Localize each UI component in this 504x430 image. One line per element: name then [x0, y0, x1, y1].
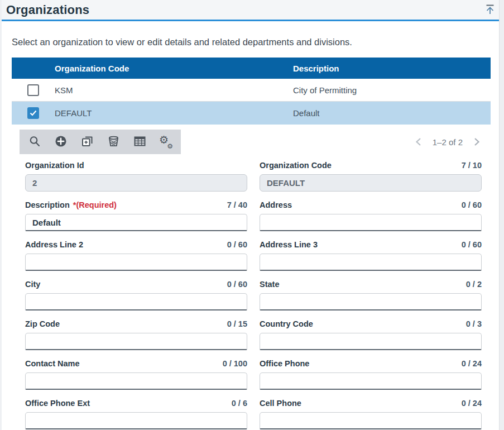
row-checkbox[interactable] [27, 84, 39, 96]
char-counter: 0 / 2 [466, 280, 482, 289]
search-icon [28, 135, 41, 149]
column-header-description: Description [293, 64, 491, 73]
field-cell-phone: Cell Phone 0 / 24 [260, 399, 482, 429]
field-organization-code: Organization Code 7 / 10 [260, 161, 482, 192]
page-header: Organizations [2, 0, 504, 21]
column-header-organization-code: Organization Code [55, 64, 293, 73]
row-checkbox[interactable] [27, 107, 39, 119]
zip-code-input[interactable] [25, 333, 247, 350]
required-indicator: *(Required) [73, 200, 117, 209]
city-input[interactable] [25, 293, 247, 310]
arrow-to-top-icon [484, 8, 496, 17]
field-office-phone: Office Phone 0 / 24 [260, 359, 482, 390]
field-label: Country Code [260, 319, 313, 328]
table-header-row: Organization Code Description [12, 58, 491, 79]
char-counter: 0 / 60 [462, 240, 482, 249]
field-state: State 0 / 2 [260, 280, 482, 310]
table-row[interactable]: DEFAULT Default [12, 102, 491, 125]
field-label: Contact Name [25, 359, 80, 368]
field-label: Address [260, 200, 292, 209]
char-counter: 0 / 60 [227, 280, 247, 289]
search-button[interactable] [28, 135, 41, 149]
gears-icon: ⚙ ⚙ [159, 135, 172, 149]
field-label: Description [25, 200, 70, 209]
scroll-to-top-button[interactable] [484, 4, 496, 16]
organization-form: Organization Id Organization Code 7 / 10… [25, 161, 482, 430]
address-line-3-input[interactable] [260, 254, 482, 271]
organization-code-input[interactable] [260, 174, 482, 192]
field-organization-id: Organization Id [25, 161, 247, 192]
field-label: Cell Phone [260, 399, 301, 408]
field-label: Zip Code [25, 319, 60, 328]
grid-toolbar: ⚙ ⚙ [20, 130, 181, 154]
field-address: Address 0 / 60 [260, 200, 482, 231]
next-page-button[interactable] [472, 137, 482, 147]
office-phone-ext-input[interactable] [25, 412, 247, 429]
char-counter: 7 / 40 [227, 200, 247, 209]
toolbar-row: ⚙ ⚙ 1–2 of 2 [20, 130, 494, 154]
cell-organization-code: KSM [55, 85, 293, 95]
copy-button[interactable] [80, 135, 94, 149]
cell-phone-input[interactable] [260, 412, 482, 429]
char-counter: 0 / 100 [223, 359, 247, 368]
field-office-phone-ext: Office Phone Ext 0 / 6 [25, 399, 247, 429]
char-counter: 0 / 6 [232, 399, 247, 408]
cell-description: Default [293, 108, 491, 118]
char-counter: 0 / 24 [462, 399, 482, 408]
field-zip-code: Zip Code 0 / 15 [25, 319, 247, 350]
field-address-line-3: Address Line 3 0 / 60 [260, 240, 482, 271]
organizations-table: Organization Code Description KSM City o… [12, 58, 491, 125]
cell-description: City of Permitting [293, 85, 491, 95]
address-line-2-input[interactable] [25, 254, 247, 271]
field-label: Office Phone [260, 359, 309, 368]
copy-plus-icon [81, 135, 94, 149]
chevron-right-icon [472, 140, 481, 149]
description-input[interactable] [25, 214, 247, 231]
field-label: Organization Id [25, 161, 84, 170]
field-label: Office Phone Ext [25, 399, 90, 408]
table-row[interactable]: KSM City of Permitting [12, 79, 491, 102]
field-address-line-2: Address Line 2 0 / 60 [25, 240, 247, 271]
char-counter: 0 / 3 [466, 319, 482, 328]
field-label: State [260, 280, 279, 289]
field-label: Address Line 2 [25, 240, 83, 249]
char-counter: 0 / 60 [227, 240, 247, 249]
field-city: City 0 / 60 [25, 280, 247, 310]
add-button[interactable] [54, 135, 68, 149]
state-input[interactable] [260, 293, 482, 310]
field-label: Address Line 3 [260, 240, 318, 249]
field-description: Description *(Required) 7 / 40 [25, 200, 247, 231]
table-view-button[interactable] [133, 135, 146, 149]
chevron-left-icon [414, 140, 423, 149]
trash-icon [107, 135, 120, 149]
organization-id-input[interactable] [25, 174, 247, 192]
page-right-gutter [499, 0, 504, 430]
pagination-range-label: 1–2 of 2 [433, 137, 463, 147]
char-counter: 0 / 15 [227, 319, 247, 328]
address-input[interactable] [260, 214, 482, 231]
pagination: 1–2 of 2 [414, 137, 482, 147]
delete-button[interactable] [107, 135, 120, 149]
field-label: Organization Code [260, 161, 332, 170]
cell-organization-code: DEFAULT [55, 108, 293, 118]
char-counter: 0 / 24 [462, 359, 482, 368]
previous-page-button[interactable] [414, 137, 424, 147]
field-label: City [25, 280, 40, 289]
country-code-input[interactable] [260, 333, 482, 350]
char-counter: 0 / 60 [462, 200, 482, 209]
page-title: Organizations [6, 3, 89, 17]
settings-button[interactable]: ⚙ ⚙ [159, 135, 172, 149]
add-circle-icon [55, 135, 67, 149]
table-icon [133, 135, 146, 149]
intro-text: Select an organization to view or edit d… [2, 21, 504, 47]
field-contact-name: Contact Name 0 / 100 [25, 359, 247, 390]
office-phone-input[interactable] [260, 372, 482, 390]
char-counter: 7 / 10 [462, 161, 482, 170]
contact-name-input[interactable] [25, 372, 247, 390]
field-country-code: Country Code 0 / 3 [260, 319, 482, 350]
